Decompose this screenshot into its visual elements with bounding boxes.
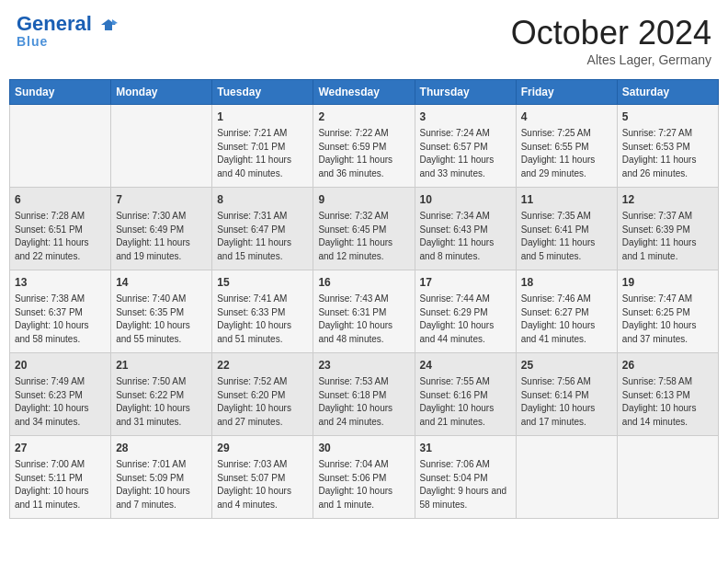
location: Altes Lager, Germany bbox=[511, 52, 711, 67]
day-info: Sunrise: 7:01 AM Sunset: 5:09 PM Dayligh… bbox=[116, 458, 207, 511]
month-title: October 2024 bbox=[511, 14, 711, 52]
calendar-cell bbox=[10, 105, 111, 188]
calendar-cell: 19Sunrise: 7:47 AM Sunset: 6:25 PM Dayli… bbox=[617, 270, 718, 353]
calendar-cell: 11Sunrise: 7:35 AM Sunset: 6:41 PM Dayli… bbox=[516, 188, 617, 270]
day-info: Sunrise: 7:49 AM Sunset: 6:23 PM Dayligh… bbox=[15, 375, 106, 429]
day-info: Sunrise: 7:46 AM Sunset: 6:27 PM Dayligh… bbox=[521, 293, 612, 346]
logo-text: General bbox=[17, 14, 118, 34]
calendar-cell: 8Sunrise: 7:31 AM Sunset: 6:47 PM Daylig… bbox=[212, 188, 313, 270]
logo-general: General bbox=[17, 12, 92, 35]
calendar-cell bbox=[617, 436, 718, 519]
calendar-body: 1Sunrise: 7:21 AM Sunset: 7:01 PM Daylig… bbox=[10, 105, 719, 519]
day-number: 3 bbox=[420, 109, 511, 125]
calendar-header: SundayMondayTuesdayWednesdayThursdayFrid… bbox=[10, 80, 719, 105]
header-day-tuesday: Tuesday bbox=[212, 80, 313, 105]
calendar-cell: 7Sunrise: 7:30 AM Sunset: 6:49 PM Daylig… bbox=[111, 188, 212, 270]
calendar-cell: 6Sunrise: 7:28 AM Sunset: 6:51 PM Daylig… bbox=[10, 188, 111, 270]
day-info: Sunrise: 7:31 AM Sunset: 6:47 PM Dayligh… bbox=[217, 210, 308, 263]
calendar-cell: 20Sunrise: 7:49 AM Sunset: 6:23 PM Dayli… bbox=[10, 353, 111, 436]
calendar-cell: 30Sunrise: 7:04 AM Sunset: 5:06 PM Dayli… bbox=[313, 436, 415, 519]
calendar-cell: 24Sunrise: 7:55 AM Sunset: 6:16 PM Dayli… bbox=[415, 353, 516, 436]
day-info: Sunrise: 7:58 AM Sunset: 6:13 PM Dayligh… bbox=[622, 375, 713, 429]
day-number: 10 bbox=[420, 191, 511, 208]
day-info: Sunrise: 7:28 AM Sunset: 6:51 PM Dayligh… bbox=[15, 210, 106, 263]
day-info: Sunrise: 7:04 AM Sunset: 5:06 PM Dayligh… bbox=[318, 458, 409, 511]
day-number: 26 bbox=[622, 357, 713, 373]
day-number: 2 bbox=[318, 109, 409, 125]
calendar-cell: 15Sunrise: 7:41 AM Sunset: 6:33 PM Dayli… bbox=[212, 270, 313, 353]
calendar-cell: 21Sunrise: 7:50 AM Sunset: 6:22 PM Dayli… bbox=[111, 353, 212, 436]
day-number: 6 bbox=[15, 191, 106, 208]
day-info: Sunrise: 7:27 AM Sunset: 6:53 PM Dayligh… bbox=[622, 127, 713, 180]
header-day-friday: Friday bbox=[516, 80, 617, 105]
day-number: 22 bbox=[217, 357, 308, 373]
day-info: Sunrise: 7:41 AM Sunset: 6:33 PM Dayligh… bbox=[217, 293, 308, 346]
day-info: Sunrise: 7:34 AM Sunset: 6:43 PM Dayligh… bbox=[420, 210, 511, 263]
calendar-cell: 28Sunrise: 7:01 AM Sunset: 5:09 PM Dayli… bbox=[111, 436, 212, 519]
day-number: 30 bbox=[318, 440, 409, 456]
logo-blue-text: Blue bbox=[17, 34, 48, 49]
day-number: 20 bbox=[15, 357, 106, 373]
calendar-cell: 26Sunrise: 7:58 AM Sunset: 6:13 PM Dayli… bbox=[617, 353, 718, 436]
day-number: 16 bbox=[318, 274, 409, 291]
week-row-1: 1Sunrise: 7:21 AM Sunset: 7:01 PM Daylig… bbox=[10, 105, 719, 188]
day-info: Sunrise: 7:03 AM Sunset: 5:07 PM Dayligh… bbox=[217, 458, 308, 511]
calendar-cell: 23Sunrise: 7:53 AM Sunset: 6:18 PM Dayli… bbox=[313, 353, 415, 436]
calendar-cell: 14Sunrise: 7:40 AM Sunset: 6:35 PM Dayli… bbox=[111, 270, 212, 353]
calendar-cell: 18Sunrise: 7:46 AM Sunset: 6:27 PM Dayli… bbox=[516, 270, 617, 353]
day-info: Sunrise: 7:00 AM Sunset: 5:11 PM Dayligh… bbox=[15, 458, 106, 511]
day-info: Sunrise: 7:25 AM Sunset: 6:55 PM Dayligh… bbox=[521, 127, 612, 180]
calendar-cell: 29Sunrise: 7:03 AM Sunset: 5:07 PM Dayli… bbox=[212, 436, 313, 519]
day-number: 9 bbox=[318, 191, 409, 208]
logo-bird-icon bbox=[99, 16, 118, 34]
day-number: 29 bbox=[217, 440, 308, 456]
calendar-table: SundayMondayTuesdayWednesdayThursdayFrid… bbox=[9, 79, 719, 519]
day-number: 24 bbox=[420, 357, 511, 373]
day-number: 5 bbox=[622, 109, 713, 125]
day-number: 19 bbox=[622, 274, 713, 291]
header-day-thursday: Thursday bbox=[415, 80, 516, 105]
calendar-cell: 12Sunrise: 7:37 AM Sunset: 6:39 PM Dayli… bbox=[617, 188, 718, 270]
day-info: Sunrise: 7:30 AM Sunset: 6:49 PM Dayligh… bbox=[116, 210, 207, 263]
day-number: 27 bbox=[15, 440, 106, 456]
calendar-cell: 1Sunrise: 7:21 AM Sunset: 7:01 PM Daylig… bbox=[212, 105, 313, 188]
week-row-4: 20Sunrise: 7:49 AM Sunset: 6:23 PM Dayli… bbox=[10, 353, 719, 436]
day-number: 13 bbox=[15, 274, 106, 291]
calendar-cell: 3Sunrise: 7:24 AM Sunset: 6:57 PM Daylig… bbox=[415, 105, 516, 188]
calendar-cell: 16Sunrise: 7:43 AM Sunset: 6:31 PM Dayli… bbox=[313, 270, 415, 353]
day-number: 23 bbox=[318, 357, 409, 373]
calendar-cell: 2Sunrise: 7:22 AM Sunset: 6:59 PM Daylig… bbox=[313, 105, 415, 188]
day-number: 11 bbox=[521, 191, 612, 208]
day-number: 18 bbox=[521, 274, 612, 291]
day-info: Sunrise: 7:37 AM Sunset: 6:39 PM Dayligh… bbox=[622, 210, 713, 263]
day-info: Sunrise: 7:38 AM Sunset: 6:37 PM Dayligh… bbox=[15, 293, 106, 346]
calendar-cell: 17Sunrise: 7:44 AM Sunset: 6:29 PM Dayli… bbox=[415, 270, 516, 353]
calendar-cell: 27Sunrise: 7:00 AM Sunset: 5:11 PM Dayli… bbox=[10, 436, 111, 519]
day-info: Sunrise: 7:22 AM Sunset: 6:59 PM Dayligh… bbox=[318, 127, 409, 180]
day-number: 15 bbox=[217, 274, 308, 291]
day-number: 1 bbox=[217, 109, 308, 125]
calendar-cell: 9Sunrise: 7:32 AM Sunset: 6:45 PM Daylig… bbox=[313, 188, 415, 270]
day-info: Sunrise: 7:55 AM Sunset: 6:16 PM Dayligh… bbox=[420, 375, 511, 429]
day-number: 14 bbox=[116, 274, 207, 291]
svg-marker-1 bbox=[112, 19, 118, 25]
day-info: Sunrise: 7:56 AM Sunset: 6:14 PM Dayligh… bbox=[521, 375, 612, 429]
day-info: Sunrise: 7:47 AM Sunset: 6:25 PM Dayligh… bbox=[622, 293, 713, 346]
day-info: Sunrise: 7:52 AM Sunset: 6:20 PM Dayligh… bbox=[217, 375, 308, 429]
calendar-cell bbox=[111, 105, 212, 188]
calendar-cell: 31Sunrise: 7:06 AM Sunset: 5:04 PM Dayli… bbox=[415, 436, 516, 519]
calendar-cell: 10Sunrise: 7:34 AM Sunset: 6:43 PM Dayli… bbox=[415, 188, 516, 270]
calendar-cell: 5Sunrise: 7:27 AM Sunset: 6:53 PM Daylig… bbox=[617, 105, 718, 188]
title-area: October 2024 Altes Lager, Germany bbox=[511, 14, 711, 67]
header-day-monday: Monday bbox=[111, 80, 212, 105]
day-info: Sunrise: 7:50 AM Sunset: 6:22 PM Dayligh… bbox=[116, 375, 207, 429]
day-number: 12 bbox=[622, 191, 713, 208]
calendar-cell: 25Sunrise: 7:56 AM Sunset: 6:14 PM Dayli… bbox=[516, 353, 617, 436]
header-day-saturday: Saturday bbox=[617, 80, 718, 105]
week-row-3: 13Sunrise: 7:38 AM Sunset: 6:37 PM Dayli… bbox=[10, 270, 719, 353]
day-number: 7 bbox=[116, 191, 207, 208]
day-number: 28 bbox=[116, 440, 207, 456]
day-info: Sunrise: 7:43 AM Sunset: 6:31 PM Dayligh… bbox=[318, 293, 409, 346]
day-number: 25 bbox=[521, 357, 612, 373]
day-number: 17 bbox=[420, 274, 511, 291]
